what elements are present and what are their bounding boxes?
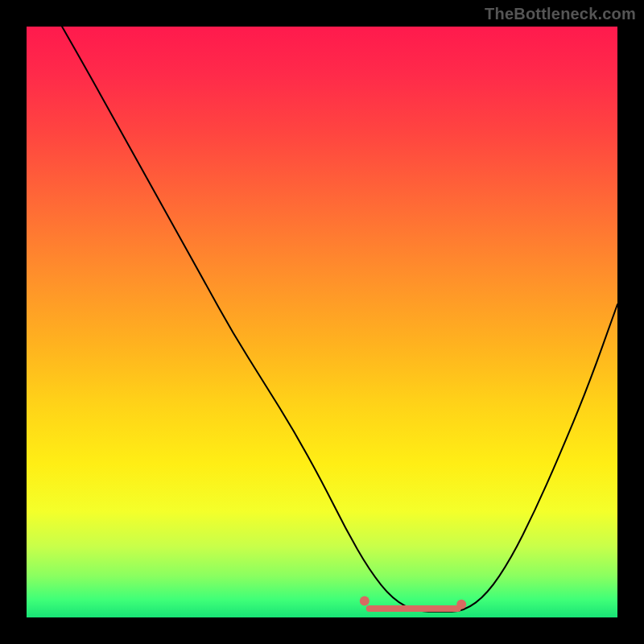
chart-plot-area bbox=[27, 27, 617, 617]
bottleneck-curve bbox=[62, 27, 617, 612]
attribution-text: TheBottleneck.com bbox=[485, 5, 636, 23]
optimal-range-dot-left bbox=[360, 596, 369, 605]
optimal-range-dot-right bbox=[456, 600, 466, 609]
chart-svg bbox=[27, 27, 617, 617]
